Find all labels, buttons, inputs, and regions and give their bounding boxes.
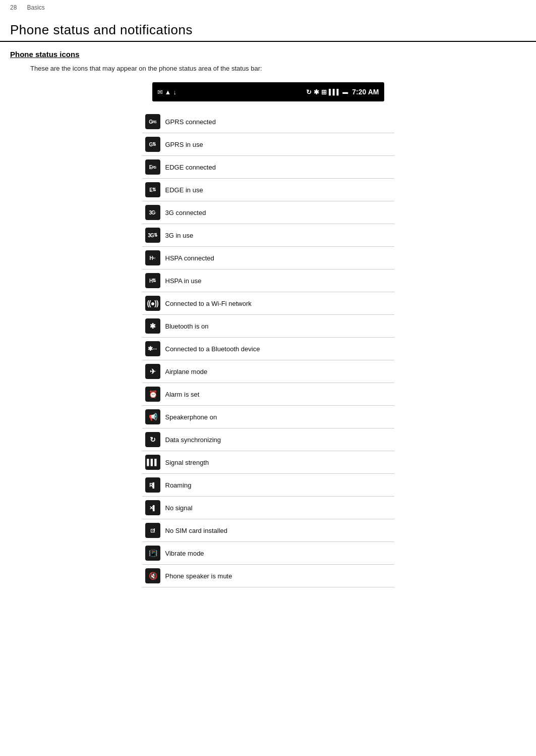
icon-cell: 3G↑ [142, 201, 163, 224]
icon-cell: 📢 [142, 406, 163, 428]
icon-cell: ✕▌ [142, 497, 163, 519]
status-icon: G⇅ [145, 137, 160, 152]
status-icon: ✕▌ [145, 500, 160, 515]
status-icon: R▌ [145, 477, 160, 493]
status-icon: 3G↑ [145, 205, 160, 220]
icon-cell: 3G⇅ [142, 224, 163, 247]
icon-cell: ✱↔ [142, 338, 163, 360]
bt-icon: ✱ [314, 88, 319, 96]
status-icon: 🔇 [145, 568, 160, 583]
icon-label: GPRS connected [163, 111, 394, 133]
icon-cell: GRS [142, 111, 163, 133]
icon-label: EDGE in use [163, 179, 394, 201]
icon-cell: ✱ [142, 315, 163, 338]
download-icon: ↓ [173, 88, 176, 96]
signal-icon: ⊞ [321, 88, 327, 96]
icon-cell: ↻ [142, 428, 163, 451]
icon-label: GPRS in use [163, 133, 394, 156]
icon-cell: H+↑ [142, 247, 163, 269]
icon-label: Data synchronizing [163, 428, 394, 451]
section-label: Basics [27, 4, 44, 11]
status-icon: 📳 [145, 546, 160, 561]
table-row: 3G⇅3G in use [142, 224, 394, 247]
icon-label: 3G connected [163, 201, 394, 224]
table-row: 3G↑3G connected [142, 201, 394, 224]
page-header: 28 Basics [0, 0, 536, 13]
table-row: ERSEDGE connected [142, 156, 394, 179]
icon-cell: G⇅ [142, 133, 163, 156]
table-row: E⇅EDGE in use [142, 179, 394, 201]
status-icon: 3G⇅ [145, 228, 160, 243]
table-row: 🔇Phone speaker is mute [142, 565, 394, 587]
table-row: ✱↔Connected to a Bluetooth device [142, 338, 394, 360]
page-title-section: Phone status and notifications [0, 13, 536, 42]
icon-label: No SIM card installed [163, 519, 394, 542]
icon-cell: E⇅ [142, 179, 163, 201]
icon-cell: ((●)) [142, 292, 163, 315]
icon-label: Bluetooth is on [163, 315, 394, 338]
table-row: ((●))Connected to a Wi-Fi network [142, 292, 394, 315]
page-title: Phone status and notifications [10, 22, 526, 38]
battery-icon: ▬ [342, 89, 348, 95]
icon-label: Connected to a Bluetooth device [163, 338, 394, 360]
status-icon: ✱ [145, 318, 160, 334]
status-icon: ✱↔ [145, 341, 160, 356]
icon-label: EDGE connected [163, 156, 394, 179]
status-icon: ⏰ [145, 387, 160, 402]
icon-cell: 🔇 [142, 565, 163, 587]
icon-label: Airplane mode [163, 360, 394, 383]
status-icon: ✈ [145, 364, 160, 379]
table-row: G⇅GPRS in use [142, 133, 394, 156]
icon-label: HSPA in use [163, 269, 394, 292]
table-row: ✱Bluetooth is on [142, 315, 394, 338]
icon-label: Vibrate mode [163, 542, 394, 565]
table-row: 📳Vibrate mode [142, 542, 394, 565]
icon-label: No signal [163, 497, 394, 519]
status-icon: ⊡! [145, 523, 160, 538]
icon-label: 3G in use [163, 224, 394, 247]
table-row: ⊡!No SIM card installed [142, 519, 394, 542]
table-row: GRSGPRS connected [142, 111, 394, 133]
status-icon: H+↑ [145, 250, 160, 265]
status-icon: E⇅ [145, 182, 160, 197]
status-bar-left: ✉ ▲ ↓ [157, 88, 176, 96]
icon-label: Speakerphone on [163, 406, 394, 428]
icon-cell: H⇅ [142, 269, 163, 292]
alert-icon: ▲ [165, 88, 171, 96]
icon-label: Alarm is set [163, 383, 394, 406]
page-number: 28 [10, 4, 17, 11]
status-icon: ERS [145, 159, 160, 175]
icon-cell: R▌ [142, 474, 163, 497]
status-bar-container: ✉ ▲ ↓ ↻ ✱ ⊞ ▌▌▌ ▬ 7:20 AM [152, 82, 384, 101]
icon-label: Roaming [163, 474, 394, 497]
status-icon: 📢 [145, 409, 160, 424]
icon-label: Phone speaker is mute [163, 565, 394, 587]
sync-icon: ↻ [306, 88, 312, 96]
table-row: R▌Roaming [142, 474, 394, 497]
table-row: ✕▌No signal [142, 497, 394, 519]
time-display: 7:20 AM [352, 88, 379, 96]
table-row: ⏰Alarm is set [142, 383, 394, 406]
table-row: ✈Airplane mode [142, 360, 394, 383]
icon-cell: ERS [142, 156, 163, 179]
status-bar-right: ↻ ✱ ⊞ ▌▌▌ ▬ 7:20 AM [306, 88, 379, 96]
icon-cell: ⊡! [142, 519, 163, 542]
icon-cell: ▌▌▌ [142, 451, 163, 474]
icon-cell: ⏰ [142, 383, 163, 406]
icon-cell: 📳 [142, 542, 163, 565]
status-icon: ((●)) [145, 296, 160, 311]
table-row: H+↑HSPA connected [142, 247, 394, 269]
section-description: These are the icons that may appear on t… [0, 62, 536, 77]
icon-label: Connected to a Wi-Fi network [163, 292, 394, 315]
table-row: H⇅HSPA in use [142, 269, 394, 292]
icon-cell: ✈ [142, 360, 163, 383]
icons-table: GRSGPRS connectedG⇅GPRS in useERSEDGE co… [142, 111, 394, 587]
status-icon: H⇅ [145, 273, 160, 288]
status-icon: ↻ [145, 432, 160, 447]
table-row: 📢Speakerphone on [142, 406, 394, 428]
icon-label: HSPA connected [163, 247, 394, 269]
status-icon: GRS [145, 114, 160, 129]
icon-label: Signal strength [163, 451, 394, 474]
bars-icon: ▌▌▌ [329, 89, 340, 95]
mail-icon: ✉ [157, 88, 163, 96]
